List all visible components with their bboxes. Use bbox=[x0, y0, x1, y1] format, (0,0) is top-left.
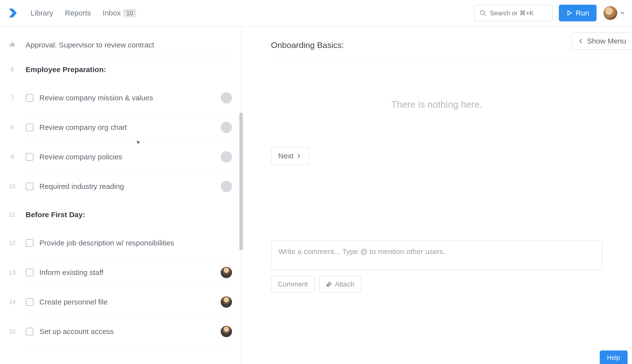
task-label: Approval: Supervisor to review contract bbox=[26, 41, 232, 49]
show-menu-label: Show Menu bbox=[587, 37, 626, 45]
task-row[interactable]: 15Set up account access bbox=[0, 317, 241, 346]
row-number: 12 bbox=[8, 240, 17, 246]
task-checkbox[interactable] bbox=[26, 298, 34, 306]
search-input[interactable] bbox=[490, 9, 547, 17]
task-label: Review company mission & values bbox=[39, 94, 221, 102]
task-row[interactable]: 13Inform existing staff bbox=[0, 258, 241, 287]
main-content: Approval: Supervisor to review contract … bbox=[0, 26, 632, 364]
row-number: 14 bbox=[8, 298, 17, 306]
row-number: 9 bbox=[8, 154, 17, 160]
comment-button[interactable]: Comment bbox=[271, 276, 315, 293]
task-label: Review company policies bbox=[39, 153, 221, 161]
thumbs-up-icon bbox=[8, 41, 17, 49]
assignee-avatar[interactable] bbox=[221, 122, 232, 133]
comment-area: Write a comment... Type @ to mention oth… bbox=[271, 240, 602, 293]
task-row[interactable]: 12Provide job description w/ responsibil… bbox=[0, 228, 241, 258]
assignee-avatar[interactable] bbox=[221, 181, 232, 192]
svg-marker-0 bbox=[9, 8, 17, 18]
next-button-label: Next bbox=[278, 152, 294, 160]
row-number: 11 bbox=[8, 211, 17, 218]
task-checkbox[interactable] bbox=[26, 328, 34, 336]
checklist-panel: Approval: Supervisor to review contract … bbox=[0, 26, 241, 364]
task-approval[interactable]: Approval: Supervisor to review contract bbox=[0, 34, 241, 56]
attach-button-label: Attach bbox=[335, 280, 354, 288]
run-button-label: Run bbox=[576, 9, 589, 17]
user-avatar bbox=[603, 6, 617, 20]
paperclip-icon bbox=[326, 281, 332, 287]
nav-inbox[interactable]: Inbox 10 bbox=[103, 9, 136, 18]
chevron-right-icon bbox=[296, 153, 301, 159]
assignee-avatar[interactable] bbox=[221, 296, 232, 308]
row-number: 8 bbox=[8, 124, 17, 131]
section-heading-before-first-day[interactable]: 11 Before First Day: bbox=[0, 201, 241, 228]
task-label: Create personnel file bbox=[39, 298, 221, 306]
svg-marker-3 bbox=[568, 11, 571, 15]
show-menu-button[interactable]: Show Menu bbox=[571, 32, 632, 50]
row-number: 13 bbox=[8, 269, 17, 276]
chevron-down-icon bbox=[620, 10, 625, 16]
task-row[interactable]: 14Create personnel file bbox=[0, 287, 241, 317]
task-checkbox[interactable] bbox=[26, 124, 34, 131]
task-checkbox[interactable] bbox=[26, 94, 34, 102]
row-number: 15 bbox=[8, 328, 17, 335]
search-icon bbox=[480, 10, 486, 16]
assignee-avatar[interactable] bbox=[221, 267, 232, 278]
divider bbox=[275, 62, 598, 62]
inbox-count-badge: 10 bbox=[123, 9, 136, 18]
svg-line-2 bbox=[484, 14, 486, 16]
task-checkbox[interactable] bbox=[26, 153, 34, 161]
help-button[interactable]: Help bbox=[600, 350, 627, 364]
row-number: 7 bbox=[8, 94, 17, 101]
task-label: Set up account access bbox=[39, 327, 221, 336]
section-title: Before First Day: bbox=[26, 210, 85, 219]
assignee-avatar[interactable] bbox=[221, 326, 232, 337]
app-logo bbox=[7, 7, 19, 19]
search-box[interactable] bbox=[474, 5, 553, 22]
comment-actions: Comment Attach bbox=[271, 276, 602, 293]
detail-panel: Show Menu Onboarding Basics: There is no… bbox=[241, 26, 632, 364]
empty-state-text: There is nothing here. bbox=[271, 99, 602, 110]
task-row[interactable]: 8Review company org chart bbox=[0, 113, 241, 142]
task-label: Provide job description w/ responsibilit… bbox=[39, 239, 232, 247]
section-title: Employee Preparation: bbox=[26, 66, 106, 74]
page-title: Onboarding Basics: bbox=[271, 40, 602, 50]
task-checkbox[interactable] bbox=[26, 239, 34, 247]
task-checkbox[interactable] bbox=[26, 182, 34, 190]
task-checkbox[interactable] bbox=[26, 268, 34, 276]
run-button[interactable]: Run bbox=[559, 5, 596, 22]
nav-inbox-label: Inbox bbox=[103, 9, 121, 17]
nav-reports[interactable]: Reports bbox=[65, 9, 91, 17]
row-number: 10 bbox=[8, 183, 17, 190]
next-button[interactable]: Next bbox=[271, 147, 309, 165]
comment-input[interactable]: Write a comment... Type @ to mention oth… bbox=[271, 240, 602, 270]
task-label: Review company org chart bbox=[39, 123, 221, 132]
main-nav: Library Reports Inbox 10 bbox=[31, 9, 136, 18]
play-icon bbox=[566, 10, 573, 16]
assignee-avatar[interactable] bbox=[221, 92, 232, 104]
chevron-left-icon bbox=[578, 38, 584, 44]
app-header: Library Reports Inbox 10 Run bbox=[0, 0, 632, 26]
nav-library[interactable]: Library bbox=[31, 9, 53, 17]
task-label: Required industry reading bbox=[39, 182, 221, 190]
row-number: 6 bbox=[8, 66, 17, 73]
attach-button[interactable]: Attach bbox=[319, 276, 361, 293]
task-row[interactable]: 10Required industry reading bbox=[0, 172, 241, 201]
task-label: Inform existing staff bbox=[39, 268, 221, 277]
section-heading-employee-prep[interactable]: 6 Employee Preparation: bbox=[0, 56, 241, 83]
assignee-avatar[interactable] bbox=[221, 151, 232, 162]
task-row[interactable]: 7Review company mission & values bbox=[0, 83, 241, 113]
user-menu[interactable] bbox=[603, 6, 625, 20]
task-row[interactable]: 9Review company policies bbox=[0, 142, 241, 172]
